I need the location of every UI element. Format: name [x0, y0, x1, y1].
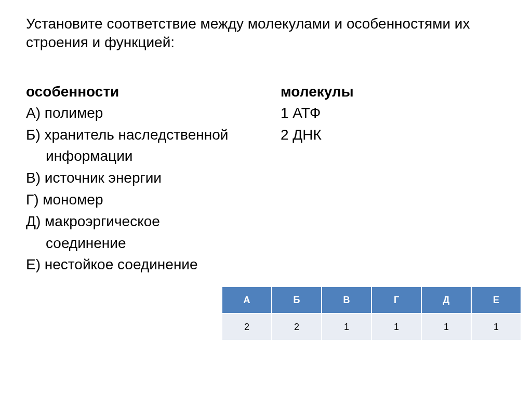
table-value-cell: 1 [472, 314, 521, 340]
table-header-cell: А [222, 287, 271, 313]
table-header-cell: Б [272, 287, 321, 313]
table-value-cell: 2 [222, 314, 271, 340]
table-header-cell: В [322, 287, 371, 313]
molecules-column: молекулы 1 АТФ 2 ДНК [281, 84, 436, 277]
table-header-cell: Е [472, 287, 521, 313]
features-header: особенности [26, 84, 281, 100]
table-value-cell: 1 [322, 314, 371, 340]
molecules-header: молекулы [281, 84, 436, 100]
molecule-item: 2 ДНК [281, 125, 436, 145]
answer-table: А Б В Г Д Е 2 2 1 1 1 1 [221, 286, 522, 341]
table-value-cell: 2 [272, 314, 321, 340]
table-header-cell: Г [372, 287, 421, 313]
table-value-cell: 1 [422, 314, 471, 340]
feature-item: А) полимер [26, 103, 281, 123]
molecule-item: 1 АТФ [281, 103, 436, 123]
table-header-cell: Д [422, 287, 471, 313]
question-title: Установите соответствие между молекулами… [26, 15, 506, 52]
feature-item: Д) макроэргическое [26, 212, 281, 231]
feature-item: Б) хранитель наследственной [26, 125, 281, 145]
feature-item: Г) мономер [26, 190, 281, 210]
feature-item-cont: соединение [26, 234, 281, 253]
two-column-layout: особенности А) полимер Б) хранитель насл… [26, 84, 506, 277]
table-value-row: 2 2 1 1 1 1 [222, 314, 521, 340]
feature-item: В) источник энергии [26, 168, 281, 188]
feature-item-cont: информации [26, 146, 281, 166]
table-value-cell: 1 [372, 314, 421, 340]
table-header-row: А Б В Г Д Е [222, 287, 521, 313]
feature-item: Е) нестойкое соединение [26, 255, 281, 275]
features-column: особенности А) полимер Б) хранитель насл… [26, 84, 281, 277]
